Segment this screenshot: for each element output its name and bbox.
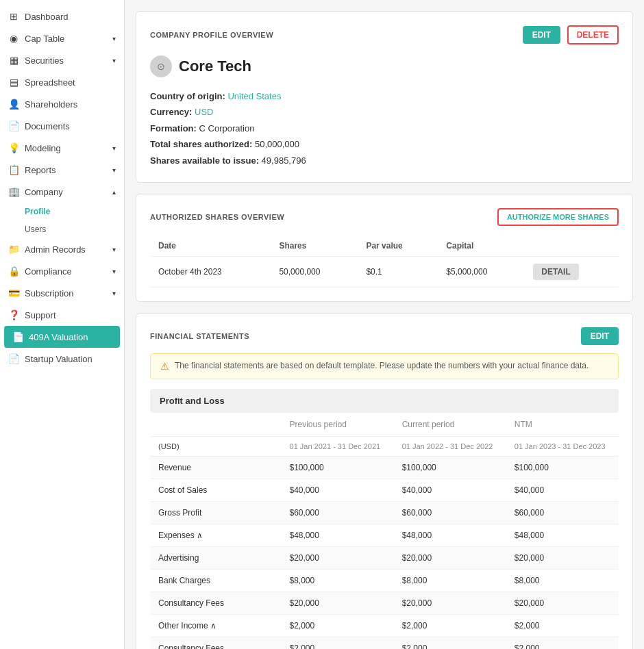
country-row: Country of origin: United States: [150, 88, 619, 104]
formation-label: Formation:: [150, 123, 197, 133]
shareholders-icon: 👤: [8, 99, 19, 110]
sidebar-item-dashboard[interactable]: ⊞ Dashboard: [0, 5, 124, 27]
col-capital: Capital: [438, 236, 525, 257]
col-ntm-header: NTM: [506, 413, 619, 437]
sidebar-item-startup-valuation[interactable]: 📄 Startup Valuation: [0, 348, 124, 370]
sidebar-sub-item-users[interactable]: Users: [0, 220, 124, 238]
row-ntm: $8,000: [506, 569, 619, 591]
financial-edit-button[interactable]: EDIT: [581, 327, 619, 345]
chevron-down-icon: ▾: [112, 144, 116, 152]
row-prev: $2,000: [282, 614, 394, 637]
row-par-value: $0.1: [358, 256, 438, 287]
authorized-shares-title: AUTHORIZED SHARES OVERVIEW: [150, 213, 284, 221]
company-profile-title: COMPANY PROFILE OVERVIEW: [150, 31, 273, 39]
row-curr: $20,000: [394, 591, 506, 614]
row-ntm: $48,000: [506, 524, 619, 546]
modeling-icon: 💡: [8, 142, 19, 153]
row-label: Revenue: [150, 456, 282, 479]
sidebar-item-admin-records[interactable]: 📁 Admin Records ▾: [0, 238, 124, 260]
spreadsheet-icon: ▤: [8, 77, 19, 88]
row-curr: $40,000: [394, 479, 506, 501]
row-curr: $100,000: [394, 456, 506, 479]
sidebar-item-spreadsheet[interactable]: ▤ Spreadsheet: [0, 71, 124, 93]
company-profile-card: COMPANY PROFILE OVERVIEW EDIT DELETE ⊙ C…: [136, 11, 633, 183]
table-row: Bank Charges$8,000$8,000$8,000: [150, 569, 619, 591]
detail-button[interactable]: DETAIL: [533, 264, 578, 280]
main-content: COMPANY PROFILE OVERVIEW EDIT DELETE ⊙ C…: [125, 0, 644, 649]
table-row: Revenue$100,000$100,000$100,000: [150, 456, 619, 479]
edit-button[interactable]: EDIT: [523, 26, 560, 44]
formation-value: C Corporation: [199, 123, 255, 133]
shares-available-label: Shares available to issue:: [150, 155, 259, 166]
chevron-down-icon: ▾: [112, 57, 116, 64]
sidebar-item-compliance[interactable]: 🔒 Compliance ▾: [0, 260, 124, 282]
col-date: Date: [150, 236, 271, 257]
sidebar-item-support[interactable]: ❓ Support: [0, 304, 124, 326]
table-row: Expenses ∧$48,000$48,000$48,000: [150, 524, 619, 546]
sidebar-item-reports[interactable]: 📋 Reports ▾: [0, 159, 124, 181]
period-header-row: Previous period Current period NTM: [150, 413, 619, 437]
row-ntm: $20,000: [506, 546, 619, 569]
row-label: Other Income ∧: [150, 614, 282, 637]
table-row: Other Income ∧$2,000$2,000$2,000: [150, 614, 619, 637]
company-logo-icon: ⊙: [150, 55, 172, 77]
chevron-down-icon: ▾: [112, 246, 116, 253]
sidebar-item-shareholders[interactable]: 👤 Shareholders: [0, 93, 124, 115]
sidebar-item-company[interactable]: 🏢 Company ▴: [0, 181, 124, 203]
sidebar-item-409a-valuation[interactable]: 📄 409A Valuation: [4, 326, 120, 348]
chevron-down-icon: ▾: [112, 166, 116, 174]
startup-valuation-icon: 📄: [8, 353, 19, 364]
row-prev: $40,000: [282, 479, 394, 501]
authorized-shares-table: Date Shares Par value Capital October 4t…: [150, 236, 619, 288]
row-prev: $100,000: [282, 456, 394, 479]
table-row: Consultancy Fees$2,000$2,000$2,000: [150, 637, 619, 649]
date-header-row: (USD) 01 Jan 2021 - 31 Dec 2021 01 Jan 2…: [150, 436, 619, 456]
sidebar-sub-item-profile[interactable]: Profile: [0, 203, 124, 220]
sidebar-item-modeling[interactable]: 💡 Modeling ▾: [0, 137, 124, 159]
row-prev: $8,000: [282, 569, 394, 591]
409a-icon: 📄: [12, 331, 23, 342]
row-label: Gross Profit: [150, 501, 282, 524]
currency-value: USD: [195, 107, 213, 117]
authorize-more-shares-button[interactable]: AUTHORIZE MORE SHARES: [497, 208, 619, 226]
company-icon: 🏢: [8, 186, 19, 197]
row-ntm: $2,000: [506, 614, 619, 637]
sidebar-item-cap-table[interactable]: ◉ Cap Table ▾: [0, 27, 124, 49]
reports-icon: 📋: [8, 164, 19, 175]
row-label: Consultancy Fees: [150, 637, 282, 649]
row-prev: $60,000: [282, 501, 394, 524]
authorized-shares-header: AUTHORIZED SHARES OVERVIEW AUTHORIZE MOR…: [150, 208, 619, 226]
financial-statements-header: FINANCIAL STATEMENTS EDIT: [150, 327, 619, 345]
sidebar-item-subscription[interactable]: 💳 Subscription ▾: [0, 282, 124, 304]
row-label: Bank Charges: [150, 569, 282, 591]
formation-row: Formation: C Corporation: [150, 120, 619, 136]
delete-button[interactable]: DELETE: [567, 25, 619, 44]
row-ntm: $40,000: [506, 479, 619, 501]
col-action: [525, 236, 619, 257]
admin-records-icon: 📁: [8, 244, 19, 255]
table-row: Gross Profit$60,000$60,000$60,000: [150, 501, 619, 524]
support-icon: ❓: [8, 309, 19, 320]
country-label: Country of origin:: [150, 91, 225, 101]
row-shares: 50,000,000: [271, 256, 358, 287]
table-row: Advertising$20,000$20,000$20,000: [150, 546, 619, 569]
company-profile-actions: EDIT DELETE: [523, 25, 619, 44]
chevron-down-icon: ▾: [112, 268, 116, 275]
row-date: October 4th 2023: [150, 256, 271, 287]
shares-available-row: Shares available to issue: 49,985,796: [150, 153, 619, 168]
row-prev: $20,000: [282, 546, 394, 569]
sidebar: ⊞ Dashboard ◉ Cap Table ▾ ▦ Securities ▾…: [0, 0, 125, 649]
cap-table-icon: ◉: [8, 33, 19, 44]
currency-label: Currency:: [150, 107, 192, 117]
row-prev: $48,000: [282, 524, 394, 546]
authorized-shares-table-head: Date Shares Par value Capital: [150, 236, 619, 257]
sidebar-item-documents[interactable]: 📄 Documents: [0, 115, 124, 137]
currency-row: Currency: USD: [150, 104, 619, 120]
row-label: Cost of Sales: [150, 479, 282, 501]
col-par-value: Par value: [358, 236, 438, 257]
row-curr: $60,000: [394, 501, 506, 524]
company-profile-header: COMPANY PROFILE OVERVIEW EDIT DELETE: [150, 25, 619, 44]
sidebar-item-securities[interactable]: ▦ Securities ▾: [0, 49, 124, 71]
total-shares-row: Total shares authorized: 50,000,000: [150, 136, 619, 152]
row-capital: $5,000,000: [438, 256, 525, 287]
